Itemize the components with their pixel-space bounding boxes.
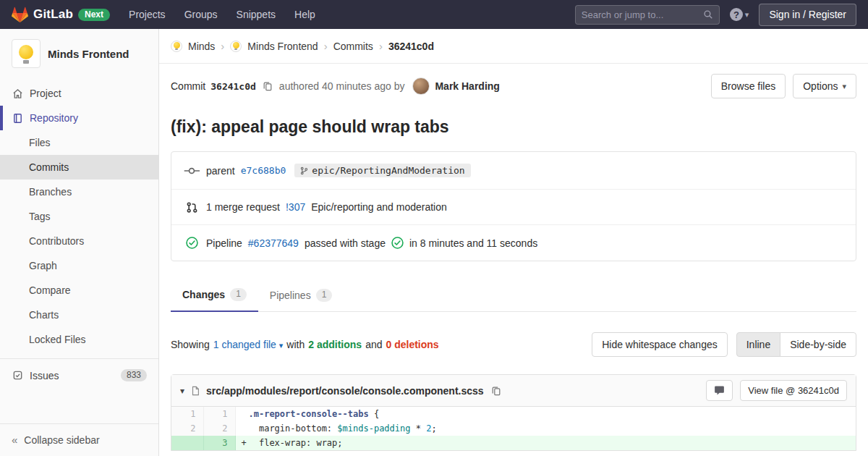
- collapse-file-caret-icon[interactable]: ▾: [180, 386, 184, 396]
- code-token: $minds-padding: [337, 423, 410, 434]
- side-by-side-view-button[interactable]: Side-by-side: [780, 332, 856, 357]
- sidebar-item-label: Project: [30, 88, 61, 99]
- home-icon: [12, 88, 23, 99]
- search-input[interactable]: [582, 9, 703, 20]
- lightbulb-icon: [233, 42, 239, 48]
- diff-line: 1 1 .m-report-console--tabs {: [171, 407, 856, 421]
- search-icon: [703, 9, 713, 20]
- tab-pipelines[interactable]: Pipelines 1: [258, 280, 344, 312]
- file-diff-card: ▾ src/app/modules/report/console/console…: [171, 374, 856, 451]
- sidebar-item-charts[interactable]: Charts: [0, 303, 158, 327]
- file-diff-header: ▾ src/app/modules/report/console/console…: [171, 375, 856, 407]
- sidebar-item-locked-files[interactable]: Locked Files: [0, 327, 158, 352]
- new-line-number[interactable]: 1: [203, 407, 235, 421]
- sidebar-item-contributors[interactable]: Contributors: [0, 229, 158, 253]
- pipeline-status-text: passed with stage: [305, 237, 386, 249]
- breadcrumb-current-sha: 36241c0d: [388, 41, 434, 52]
- copy-commit-sha-button[interactable]: [261, 80, 274, 93]
- authored-text: authored 40 minutes ago by: [279, 80, 405, 92]
- new-line-number[interactable]: 3: [203, 436, 235, 450]
- tab-changes-label: Changes: [182, 289, 225, 300]
- inline-view-button[interactable]: Inline: [736, 332, 780, 357]
- parent-sha-link[interactable]: e7c688b0: [241, 165, 286, 176]
- help-icon: ?: [730, 8, 743, 21]
- pipeline-status-success-icon: [183, 237, 200, 249]
- chevron-down-icon: ▾: [745, 10, 749, 20]
- sidebar-item-branches[interactable]: Branches: [0, 180, 158, 204]
- options-dropdown-button[interactable]: Options ▾: [793, 74, 856, 98]
- old-line-number[interactable]: [171, 436, 203, 450]
- toggle-comments-button[interactable]: [706, 380, 733, 401]
- merge-request-icon: [183, 202, 200, 213]
- sidebar-nav: Project Repository Files Commits Branche…: [0, 78, 158, 423]
- sidebar-item-graph[interactable]: Graph: [0, 253, 158, 278]
- project-avatar-small: [230, 41, 242, 52]
- and-text: and: [365, 339, 382, 350]
- sidebar-item-project[interactable]: Project: [0, 81, 158, 106]
- sidebar-item-commits[interactable]: Commits: [0, 155, 158, 180]
- project-context-header[interactable]: Minds Frontend: [0, 29, 158, 78]
- diff-table: 1 1 .m-report-console--tabs { 2 2 margin…: [171, 407, 856, 450]
- sidebar-item-tags[interactable]: Tags: [0, 204, 158, 229]
- pipeline-row: Pipeline #62377649 passed with stage in …: [171, 224, 856, 261]
- collapse-sidebar-button[interactable]: « Collapse sidebar: [0, 423, 158, 456]
- pipeline-duration: in 8 minutes and 11 seconds: [409, 237, 537, 249]
- code-token: flex-wrap: wrap;: [249, 438, 343, 448]
- view-file-button[interactable]: View file @ 36241c0d: [740, 380, 847, 401]
- commit-sha: 36241c0d: [210, 81, 256, 92]
- issues-icon: [12, 370, 23, 381]
- sidebar-item-issues[interactable]: Issues 833: [0, 363, 158, 388]
- sidebar-item-repository[interactable]: Repository: [0, 106, 158, 130]
- breadcrumb-group-link[interactable]: Minds: [188, 41, 215, 52]
- sidebar-item-files[interactable]: Files: [0, 130, 158, 155]
- lightbulb-icon: [19, 45, 33, 59]
- tab-pipelines-count: 1: [316, 289, 333, 302]
- commit-info-box: parent e7c688b0 epic/ReportingAndModerat…: [171, 151, 856, 261]
- nav-snippets[interactable]: Snippets: [237, 9, 276, 20]
- tab-changes-count: 1: [230, 288, 247, 301]
- changed-files-label: 1 changed file: [213, 339, 276, 350]
- mr-link[interactable]: !307: [286, 201, 305, 213]
- parent-row: parent e7c688b0 epic/ReportingAndModerat…: [171, 152, 856, 189]
- hide-whitespace-button[interactable]: Hide whitespace changes: [592, 332, 728, 357]
- sign-in-button[interactable]: Sign in / Register: [759, 4, 856, 26]
- project-sidebar: Minds Frontend Project Repository: [0, 29, 159, 456]
- pipeline-id-link[interactable]: #62377649: [248, 237, 299, 249]
- showing-text: Showing: [171, 339, 210, 350]
- nav-groups[interactable]: Groups: [184, 9, 218, 20]
- tab-changes[interactable]: Changes 1: [171, 280, 258, 312]
- branch-ref-pill[interactable]: epic/ReportingAndModeration: [294, 164, 470, 177]
- diff-view-toggle: Inline Side-by-side: [736, 332, 856, 357]
- breadcrumb-project-link[interactable]: Minds Frontend: [247, 41, 318, 52]
- new-line-number[interactable]: 2: [203, 421, 235, 436]
- diff-code-line: .m-report-console--tabs {: [235, 407, 856, 421]
- copy-file-path-button[interactable]: [490, 384, 503, 397]
- file-path: src/app/modules/report/console/console.c…: [206, 385, 484, 397]
- nav-help[interactable]: Help: [294, 9, 315, 20]
- diff-sign: +: [242, 436, 249, 450]
- global-search-box[interactable]: [575, 5, 720, 25]
- code-token: ;: [431, 423, 436, 434]
- project-name: Minds Frontend: [48, 48, 129, 60]
- nav-projects[interactable]: Projects: [129, 9, 166, 20]
- commit-label: Commit: [171, 80, 205, 92]
- breadcrumb-commits-link[interactable]: Commits: [333, 41, 373, 52]
- changed-files-dropdown[interactable]: 1 changed file ▾: [213, 339, 284, 350]
- main-nav: Projects Groups Snippets Help: [129, 9, 315, 20]
- browse-files-button[interactable]: Browse files: [711, 74, 786, 98]
- gitlab-logo-link[interactable]: GitLab Next: [12, 7, 110, 23]
- next-badge: Next: [78, 9, 110, 21]
- sidebar-item-compare[interactable]: Compare: [0, 278, 158, 303]
- pipeline-label: Pipeline: [206, 237, 242, 249]
- commit-title: (fix): appeal page should wrap tabs: [171, 117, 856, 137]
- old-line-number[interactable]: 1: [171, 407, 203, 421]
- old-line-number[interactable]: 2: [171, 421, 203, 436]
- diff-line: 2 2 margin-bottom: $minds-padding * 2;: [171, 421, 856, 436]
- sidebar-item-label: Issues: [30, 370, 59, 381]
- additions-count: 2 additions: [308, 339, 362, 350]
- copy-icon: [263, 81, 273, 91]
- pipeline-stage-success-icon[interactable]: [391, 237, 404, 249]
- code-token: *: [410, 423, 426, 434]
- commit-node-icon: [183, 166, 200, 175]
- help-dropdown[interactable]: ? ▾: [730, 8, 749, 21]
